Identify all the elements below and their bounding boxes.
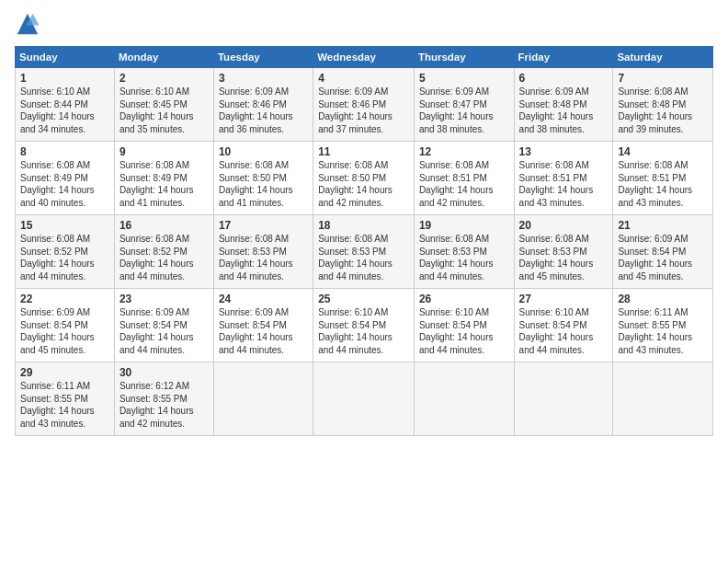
day-info: Sunrise: 6:08 AMSunset: 8:48 PMDaylight:… xyxy=(618,86,708,135)
day-number: 20 xyxy=(519,219,609,232)
day-info: Sunrise: 6:08 AMSunset: 8:49 PMDaylight:… xyxy=(20,159,109,209)
day-number: 6 xyxy=(519,72,609,85)
day-info: Sunrise: 6:09 AMSunset: 8:54 PMDaylight:… xyxy=(119,306,209,356)
calendar-cell: 9Sunrise: 6:08 AMSunset: 8:49 PMDaylight… xyxy=(114,142,213,215)
day-info: Sunrise: 6:10 AMSunset: 8:45 PMDaylight:… xyxy=(119,86,209,135)
calendar-cell: 4Sunrise: 6:09 AMSunset: 8:46 PMDaylight… xyxy=(313,68,415,142)
day-info: Sunrise: 6:10 AMSunset: 8:54 PMDaylight:… xyxy=(318,306,409,356)
day-number: 12 xyxy=(419,145,509,158)
calendar-cell: 17Sunrise: 6:08 AMSunset: 8:53 PMDayligh… xyxy=(213,215,313,289)
day-number: 4 xyxy=(318,72,409,85)
day-number: 16 xyxy=(119,219,209,232)
day-number: 9 xyxy=(119,145,209,158)
day-info: Sunrise: 6:08 AMSunset: 8:50 PMDaylight:… xyxy=(318,159,409,209)
calendar-cell: 26Sunrise: 6:10 AMSunset: 8:54 PMDayligh… xyxy=(414,289,514,362)
day-number: 26 xyxy=(419,293,509,305)
day-number: 24 xyxy=(219,293,308,305)
calendar-cell: 11Sunrise: 6:08 AMSunset: 8:50 PMDayligh… xyxy=(313,142,415,215)
day-number: 2 xyxy=(119,72,209,85)
calendar-cell: 24Sunrise: 6:09 AMSunset: 8:54 PMDayligh… xyxy=(213,289,313,362)
day-info: Sunrise: 6:09 AMSunset: 8:54 PMDaylight:… xyxy=(618,233,708,282)
calendar-cell xyxy=(414,362,514,436)
header-row: SundayMondayTuesdayWednesdayThursdayFrid… xyxy=(16,47,713,68)
calendar-cell: 22Sunrise: 6:09 AMSunset: 8:54 PMDayligh… xyxy=(16,289,115,362)
day-info: Sunrise: 6:08 AMSunset: 8:53 PMDaylight:… xyxy=(318,233,409,282)
day-info: Sunrise: 6:09 AMSunset: 8:48 PMDaylight:… xyxy=(519,86,609,135)
day-number: 27 xyxy=(519,293,609,305)
page: SundayMondayTuesdayWednesdayThursdayFrid… xyxy=(0,0,728,563)
day-info: Sunrise: 6:08 AMSunset: 8:51 PMDaylight:… xyxy=(419,159,509,209)
calendar-cell: 21Sunrise: 6:09 AMSunset: 8:54 PMDayligh… xyxy=(613,215,713,289)
day-number: 14 xyxy=(618,145,708,158)
header xyxy=(15,11,713,37)
week-row-4: 29Sunrise: 6:11 AMSunset: 8:55 PMDayligh… xyxy=(16,362,713,436)
day-number: 21 xyxy=(618,219,708,232)
day-number: 23 xyxy=(119,293,209,305)
header-sunday: Sunday xyxy=(16,47,115,68)
day-number: 3 xyxy=(219,72,308,85)
calendar-cell: 19Sunrise: 6:08 AMSunset: 8:53 PMDayligh… xyxy=(414,215,514,289)
logo xyxy=(15,11,44,37)
day-number: 10 xyxy=(219,145,308,158)
day-number: 8 xyxy=(20,145,109,158)
day-info: Sunrise: 6:10 AMSunset: 8:44 PMDaylight:… xyxy=(20,86,109,135)
header-monday: Monday xyxy=(114,47,213,68)
calendar-cell: 27Sunrise: 6:10 AMSunset: 8:54 PMDayligh… xyxy=(514,289,613,362)
day-info: Sunrise: 6:09 AMSunset: 8:54 PMDaylight:… xyxy=(20,306,109,356)
day-number: 15 xyxy=(20,219,109,232)
day-number: 25 xyxy=(318,293,409,305)
calendar-cell: 10Sunrise: 6:08 AMSunset: 8:50 PMDayligh… xyxy=(213,142,313,215)
day-info: Sunrise: 6:08 AMSunset: 8:53 PMDaylight:… xyxy=(419,233,509,282)
day-number: 19 xyxy=(419,219,509,232)
header-saturday: Saturday xyxy=(613,47,713,68)
day-info: Sunrise: 6:09 AMSunset: 8:47 PMDaylight:… xyxy=(419,86,509,135)
day-info: Sunrise: 6:11 AMSunset: 8:55 PMDaylight:… xyxy=(20,380,109,430)
calendar-body: 1Sunrise: 6:10 AMSunset: 8:44 PMDaylight… xyxy=(16,68,713,436)
calendar-cell: 28Sunrise: 6:11 AMSunset: 8:55 PMDayligh… xyxy=(613,289,713,362)
day-info: Sunrise: 6:11 AMSunset: 8:55 PMDaylight:… xyxy=(618,306,708,356)
day-number: 13 xyxy=(519,145,609,158)
day-info: Sunrise: 6:09 AMSunset: 8:46 PMDaylight:… xyxy=(219,86,308,135)
logo-icon xyxy=(15,11,40,37)
day-number: 29 xyxy=(20,366,109,379)
header-tuesday: Tuesday xyxy=(213,47,313,68)
header-wednesday: Wednesday xyxy=(313,47,415,68)
day-number: 30 xyxy=(119,366,209,379)
week-row-3: 22Sunrise: 6:09 AMSunset: 8:54 PMDayligh… xyxy=(16,289,713,362)
calendar-cell: 18Sunrise: 6:08 AMSunset: 8:53 PMDayligh… xyxy=(313,215,415,289)
day-info: Sunrise: 6:12 AMSunset: 8:55 PMDaylight:… xyxy=(119,380,209,430)
calendar-cell: 14Sunrise: 6:08 AMSunset: 8:51 PMDayligh… xyxy=(613,142,713,215)
calendar-cell: 7Sunrise: 6:08 AMSunset: 8:48 PMDaylight… xyxy=(613,68,713,142)
day-info: Sunrise: 6:10 AMSunset: 8:54 PMDaylight:… xyxy=(519,306,609,356)
day-info: Sunrise: 6:08 AMSunset: 8:51 PMDaylight:… xyxy=(618,159,708,209)
header-thursday: Thursday xyxy=(414,47,514,68)
day-info: Sunrise: 6:09 AMSunset: 8:54 PMDaylight:… xyxy=(219,306,308,356)
day-number: 28 xyxy=(618,293,708,305)
day-number: 5 xyxy=(419,72,509,85)
day-number: 7 xyxy=(618,72,708,85)
calendar-cell xyxy=(514,362,613,436)
calendar-cell: 30Sunrise: 6:12 AMSunset: 8:55 PMDayligh… xyxy=(114,362,213,436)
day-info: Sunrise: 6:08 AMSunset: 8:52 PMDaylight:… xyxy=(20,233,109,282)
calendar-cell: 1Sunrise: 6:10 AMSunset: 8:44 PMDaylight… xyxy=(16,68,115,142)
calendar-cell: 29Sunrise: 6:11 AMSunset: 8:55 PMDayligh… xyxy=(16,362,115,436)
calendar-cell: 23Sunrise: 6:09 AMSunset: 8:54 PMDayligh… xyxy=(114,289,213,362)
day-number: 1 xyxy=(20,72,109,85)
calendar-cell xyxy=(313,362,415,436)
day-info: Sunrise: 6:08 AMSunset: 8:49 PMDaylight:… xyxy=(119,159,209,209)
day-number: 11 xyxy=(318,145,409,158)
calendar-cell xyxy=(213,362,313,436)
day-info: Sunrise: 6:08 AMSunset: 8:53 PMDaylight:… xyxy=(519,233,609,282)
calendar-cell: 8Sunrise: 6:08 AMSunset: 8:49 PMDaylight… xyxy=(16,142,115,215)
calendar-cell: 13Sunrise: 6:08 AMSunset: 8:51 PMDayligh… xyxy=(514,142,613,215)
day-info: Sunrise: 6:10 AMSunset: 8:54 PMDaylight:… xyxy=(419,306,509,356)
day-info: Sunrise: 6:08 AMSunset: 8:52 PMDaylight:… xyxy=(119,233,209,282)
calendar-table: SundayMondayTuesdayWednesdayThursdayFrid… xyxy=(15,46,713,436)
calendar-header: SundayMondayTuesdayWednesdayThursdayFrid… xyxy=(16,47,713,68)
calendar-cell: 3Sunrise: 6:09 AMSunset: 8:46 PMDaylight… xyxy=(213,68,313,142)
week-row-1: 8Sunrise: 6:08 AMSunset: 8:49 PMDaylight… xyxy=(16,142,713,215)
day-info: Sunrise: 6:09 AMSunset: 8:46 PMDaylight:… xyxy=(318,86,409,135)
day-number: 18 xyxy=(318,219,409,232)
day-number: 17 xyxy=(219,219,308,232)
day-number: 22 xyxy=(20,293,109,305)
